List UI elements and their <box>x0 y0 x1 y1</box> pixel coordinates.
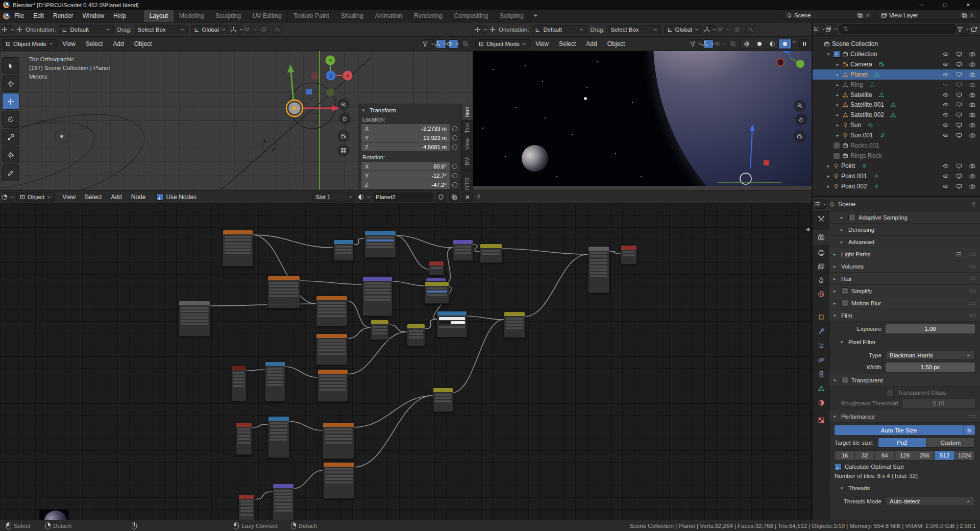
target-option-custom[interactable]: Custom <box>926 438 974 447</box>
tile-size-1024[interactable]: 1024 <box>955 451 974 460</box>
visibility-eye-icon[interactable] <box>940 92 951 98</box>
sidebar-tab-bm[interactable]: BM <box>461 152 473 171</box>
visibility-camx-icon[interactable] <box>967 82 978 88</box>
shader-type-dropdown[interactable]: Object <box>16 192 55 202</box>
pause-render-button[interactable] <box>799 39 810 49</box>
preset-icon[interactable] <box>955 251 962 257</box>
proportional-edit-button[interactable] <box>732 25 742 34</box>
shader-node-3[interactable] <box>453 239 473 261</box>
visibility-eye-icon[interactable] <box>940 112 951 118</box>
orientation-dropdown[interactable]: Default <box>532 25 587 34</box>
section-checkbox[interactable] <box>841 300 848 307</box>
unlink-scene-icon[interactable] <box>865 12 871 18</box>
outliner-row-sun-001[interactable]: ▸Sun.001 <box>813 130 980 140</box>
animate-dot[interactable] <box>452 144 457 150</box>
outliner-row-planet[interactable]: ▸Planet <box>813 69 980 80</box>
expander-icon[interactable]: ▸ <box>835 123 840 128</box>
workspace-tab-rendering[interactable]: Rendering <box>408 10 448 22</box>
material-browse-button[interactable] <box>359 192 370 202</box>
orientation-dropdown[interactable]: Default <box>59 25 114 34</box>
shader-node-11[interactable] <box>179 301 210 336</box>
animate-dot[interactable] <box>452 164 457 169</box>
properties-tab-images[interactable] <box>813 259 829 274</box>
overlays-toggle[interactable] <box>448 39 458 49</box>
rotation-z-field[interactable]: Z-47.2° <box>361 180 450 189</box>
visibility-monitor-icon[interactable] <box>953 183 965 189</box>
outliner-row-sun[interactable]: ▸Sun <box>813 120 980 130</box>
outliner-row-satellite-002[interactable]: ▸Satellite.002 <box>813 110 980 120</box>
menu-file[interactable]: File <box>10 12 29 19</box>
drag-grip[interactable] <box>969 289 976 293</box>
outliner-search-input[interactable] <box>839 24 957 34</box>
sidebar-tab-view[interactable]: View <box>461 136 473 152</box>
pin-icon[interactable] <box>971 201 977 207</box>
visibility-monitor-icon[interactable] <box>953 112 965 118</box>
visibility-monitor-icon[interactable] <box>953 173 965 179</box>
panel-hair-header[interactable]: ▸Hair <box>829 273 980 285</box>
calc-optimal-checkbox[interactable] <box>835 463 842 470</box>
tile-size-32[interactable]: 32 <box>855 451 875 460</box>
shader-node-18[interactable] <box>407 324 425 346</box>
outliner-display-mode-button[interactable] <box>827 25 837 34</box>
view-layer-selector[interactable]: View Layer <box>878 11 978 20</box>
expander-icon[interactable]: ▸ <box>835 82 840 87</box>
sidebar-tab-tool[interactable]: Tool <box>461 120 473 136</box>
fake-user-button[interactable] <box>436 192 446 202</box>
expander-icon[interactable]: ▸ <box>835 72 840 77</box>
proportional-edit-button[interactable] <box>259 25 269 34</box>
shader-node-2[interactable] <box>364 230 396 258</box>
animate-dot[interactable] <box>452 135 457 140</box>
pin-icon[interactable] <box>476 194 482 200</box>
visibility-eye-icon[interactable] <box>940 163 951 169</box>
pivot-dropdown[interactable]: Global <box>191 25 229 34</box>
panel-denoising-header[interactable]: ▸Denoising <box>829 224 980 236</box>
selectability-dropdown[interactable] <box>691 39 701 49</box>
gizmo-toggle[interactable] <box>436 39 446 49</box>
animate-dot[interactable] <box>452 126 457 131</box>
viewport-left-canvas[interactable]: YZX Top Orthographic (167) Scene Collect… <box>0 51 473 190</box>
sidebar-collapse-arrow[interactable]: ◀ <box>805 226 810 232</box>
xray-toggle[interactable] <box>460 39 471 49</box>
collection-checkbox[interactable] <box>833 152 840 159</box>
visibility-monitor-icon[interactable] <box>953 71 965 78</box>
visibility-camphoto-icon[interactable] <box>967 173 978 179</box>
active-tool-button[interactable] <box>3 25 13 34</box>
unlink-material-button[interactable] <box>462 192 473 202</box>
new-scene-icon[interactable] <box>857 12 863 18</box>
grid-ortho-button[interactable] <box>337 144 350 157</box>
properties-tab-constraint[interactable] <box>813 367 829 382</box>
tile-size-512[interactable]: 512 <box>935 451 955 460</box>
visibility-camphoto-icon[interactable] <box>967 51 978 57</box>
gizmo-toggle[interactable] <box>703 39 714 49</box>
slot-dropdown[interactable]: Slot 1 <box>312 192 356 202</box>
location-y-field[interactable]: Y19.923 m <box>361 133 450 142</box>
viewport-menu-object[interactable]: Object <box>130 40 157 47</box>
shader-node-23[interactable] <box>236 422 252 455</box>
panel-transparent-header[interactable]: ▾Transparent <box>829 374 980 387</box>
tool-scale[interactable] <box>2 129 19 146</box>
expander-icon[interactable]: ▾ <box>826 52 831 57</box>
node-canvas[interactable]: Planet2 ◀ <box>0 204 812 520</box>
rendered-view[interactable] <box>473 51 812 186</box>
target-option-po2[interactable]: Po2 <box>878 438 927 447</box>
animate-dot[interactable] <box>452 173 457 178</box>
panel-simplify-header[interactable]: ▸Simplify <box>829 285 980 297</box>
panel-film-header[interactable]: ▾Film <box>829 309 980 322</box>
chevron-down-icon[interactable] <box>792 39 797 44</box>
shader-node-4[interactable] <box>480 244 502 263</box>
tool-cursor[interactable] <box>2 75 19 92</box>
visibility-camphoto-icon[interactable] <box>967 71 978 78</box>
properties-tab-toolicon[interactable] <box>813 211 829 227</box>
panel-threads-header[interactable]: ▾Threads <box>829 482 980 494</box>
expander-icon[interactable]: ▸ <box>835 62 840 67</box>
selectability-dropdown[interactable] <box>424 39 434 49</box>
properties-tab-renderic[interactable] <box>813 230 829 245</box>
tile-size-64[interactable]: 64 <box>875 451 895 460</box>
workspace-tab-texture-paint[interactable]: Texture Paint <box>288 10 335 22</box>
properties-tab-droplet[interactable] <box>813 273 829 288</box>
overlays-toggle[interactable] <box>716 39 726 49</box>
visibility-eyeclosed-icon[interactable] <box>940 82 951 88</box>
expander-icon[interactable]: ▸ <box>826 184 831 189</box>
snap-toggle-button[interactable] <box>719 25 729 34</box>
location-x-field[interactable]: X-3.2733 m <box>361 124 450 133</box>
